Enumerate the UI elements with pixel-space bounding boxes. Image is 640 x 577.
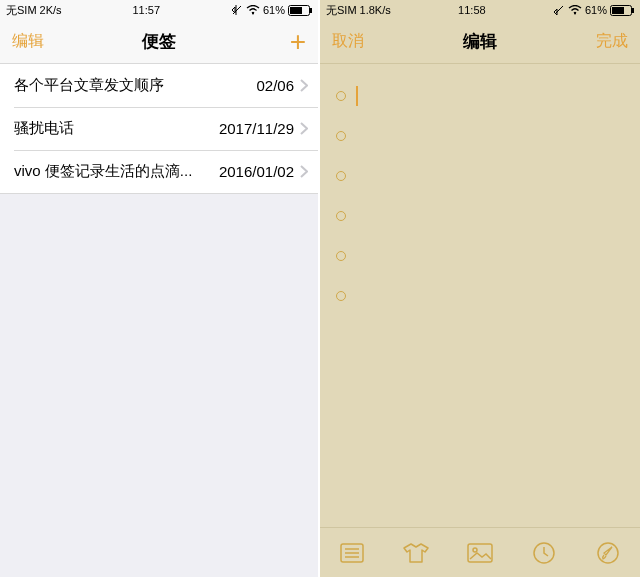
battery-icon: [610, 5, 634, 16]
note-title: 各个平台文章发文顺序: [14, 76, 248, 95]
list-style-button[interactable]: [330, 531, 374, 575]
status-bar: 无SIM 1.8K/s 11:58 61%: [320, 0, 640, 20]
bullet-icon: [336, 91, 346, 101]
image-icon: [467, 543, 493, 563]
svg-rect-4: [290, 7, 302, 14]
note-date: 2016/01/02: [219, 163, 294, 180]
bullet-line[interactable]: [336, 76, 624, 116]
bullet-line[interactable]: [336, 236, 624, 276]
add-note-button[interactable]: +: [266, 28, 306, 56]
notes-list: 各个平台文章发文顺序 02/06 骚扰电话 2017/11/29 vivo 便签…: [0, 64, 318, 194]
chevron-right-icon: [300, 122, 308, 135]
text-cursor: [356, 86, 358, 106]
insert-image-button[interactable]: [458, 531, 502, 575]
nav-bar: 取消 编辑 完成: [320, 20, 640, 64]
edit-button[interactable]: 编辑: [12, 31, 52, 52]
chevron-right-icon: [300, 165, 308, 178]
cancel-button[interactable]: 取消: [332, 31, 372, 52]
bullet-icon: [336, 171, 346, 181]
status-bar: 无SIM 2K/s 11:57 61%: [0, 0, 318, 20]
note-row[interactable]: 骚扰电话 2017/11/29: [0, 107, 318, 150]
bullet-icon: [336, 291, 346, 301]
chevron-right-icon: [300, 79, 308, 92]
note-title: 骚扰电话: [14, 119, 211, 138]
netspeed-label: 1.8K/s: [360, 4, 391, 16]
bullet-icon: [336, 131, 346, 141]
notes-list-screen: 无SIM 2K/s 11:57 61% 编辑 便签 + 各个平台文章发文顺序 0…: [0, 0, 320, 577]
mute-icon: [231, 5, 243, 15]
nav-bar: 编辑 便签 +: [0, 20, 318, 64]
note-editor-screen: 无SIM 1.8K/s 11:58 61% 取消 编辑 完成: [320, 0, 640, 577]
wifi-icon: [568, 5, 582, 15]
svg-rect-14: [468, 544, 492, 562]
done-button[interactable]: 完成: [588, 31, 628, 52]
bullet-line[interactable]: [336, 156, 624, 196]
battery-icon: [288, 5, 312, 16]
page-title: 便签: [142, 30, 176, 53]
page-title: 编辑: [463, 30, 497, 53]
note-title: vivo 便签记录生活的点滴...: [14, 162, 211, 181]
editor-toolbar: [320, 527, 640, 577]
svg-rect-8: [632, 8, 634, 13]
reminder-button[interactable]: [522, 531, 566, 575]
list-icon: [340, 543, 364, 563]
carrier-label: 无SIM: [6, 3, 37, 18]
note-editor-body[interactable]: [320, 64, 640, 527]
svg-rect-9: [612, 7, 624, 14]
note-date: 2017/11/29: [219, 120, 294, 137]
note-date: 02/06: [256, 77, 294, 94]
bullet-line[interactable]: [336, 276, 624, 316]
netspeed-label: 2K/s: [40, 4, 62, 16]
mute-icon: [553, 5, 565, 15]
svg-point-1: [252, 13, 254, 15]
svg-point-15: [473, 548, 477, 552]
bullet-line[interactable]: [336, 196, 624, 236]
shirt-icon: [403, 542, 429, 564]
clock-label: 11:57: [133, 4, 161, 16]
brush-icon: [596, 541, 620, 565]
battery-pct: 61%: [585, 4, 607, 16]
theme-button[interactable]: [394, 531, 438, 575]
note-row[interactable]: vivo 便签记录生活的点滴... 2016/01/02: [0, 150, 318, 193]
carrier-label: 无SIM: [326, 3, 357, 18]
battery-pct: 61%: [263, 4, 285, 16]
draw-button[interactable]: [586, 531, 630, 575]
bullet-icon: [336, 251, 346, 261]
clock-icon: [533, 542, 555, 564]
svg-point-6: [574, 13, 576, 15]
clock-label: 11:58: [458, 4, 486, 16]
wifi-icon: [246, 5, 260, 15]
note-row[interactable]: 各个平台文章发文顺序 02/06: [0, 64, 318, 107]
bullet-icon: [336, 211, 346, 221]
svg-rect-3: [310, 8, 312, 13]
bullet-line[interactable]: [336, 116, 624, 156]
